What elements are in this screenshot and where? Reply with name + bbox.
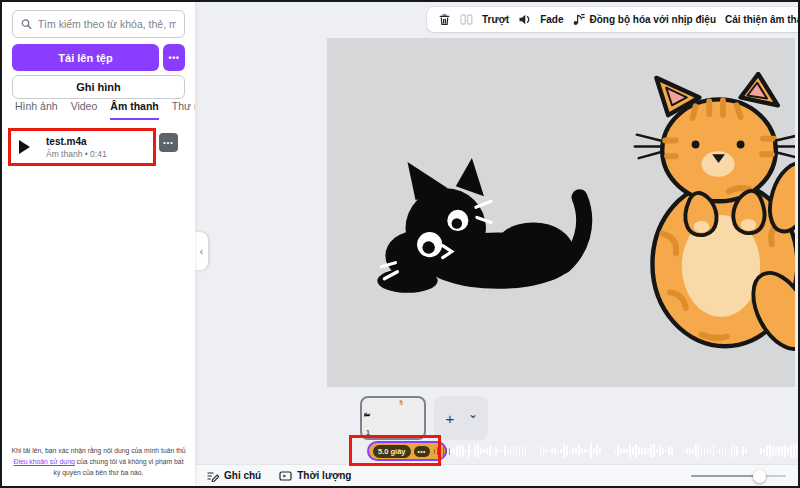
search-input[interactable]	[38, 18, 176, 30]
orange-cat-image[interactable]	[630, 72, 795, 356]
split-icon	[460, 13, 473, 26]
audio-list-item[interactable]: test.m4a Âm thanh • 0:41	[11, 131, 151, 163]
sidebar-upload-panel: Tải lên tệp ••• Ghi hình Hình ảnh Video …	[2, 2, 195, 486]
search-box[interactable]	[12, 10, 185, 38]
audio-meta: Âm thanh • 0:41	[46, 149, 107, 159]
upload-disclaimer: Khi tải lên, bạn xác nhận rằng nội dung …	[11, 446, 186, 479]
page-number: 1	[366, 429, 370, 436]
black-cat-image[interactable]	[357, 150, 619, 316]
trash-icon	[438, 13, 451, 26]
fade-button[interactable]: Fade	[540, 14, 563, 25]
editor-main-area: ‹ Trượt	[195, 2, 798, 486]
upload-more-button[interactable]: •••	[163, 44, 185, 71]
play-icon[interactable]	[19, 140, 30, 154]
canva-editor-window: Tải lên tệp ••• Ghi hình Hình ảnh Video …	[0, 0, 800, 488]
audio-timeline-clip[interactable]: 5.0 giây •••	[367, 441, 447, 461]
bottom-status-bar: Ghi chú Thời lượng	[195, 464, 798, 486]
notes-button[interactable]: Ghi chú	[207, 470, 261, 482]
zoom-slider-handle[interactable]	[753, 470, 766, 483]
slide-button[interactable]: Trượt	[482, 14, 509, 25]
page-thumbnail-preview	[362, 398, 424, 438]
audio-waveform[interactable]	[447, 440, 797, 462]
chevron-left-icon: ‹	[200, 246, 203, 257]
speaker-icon	[518, 13, 531, 26]
record-button[interactable]: Ghi hình	[12, 75, 185, 99]
add-page-group: + ⌄	[434, 396, 488, 440]
clip-mini-waveform	[434, 447, 451, 456]
duration-button[interactable]: Thời lượng	[279, 470, 351, 482]
clip-more-button[interactable]: •••	[414, 446, 430, 457]
delete-button[interactable]	[438, 13, 451, 26]
search-icon	[21, 18, 32, 30]
tab-images[interactable]: Hình ảnh	[15, 100, 58, 120]
duration-icon	[279, 470, 292, 482]
audio-item-more-button[interactable]: •••	[159, 133, 178, 152]
add-page-dropdown[interactable]: ⌄	[462, 398, 484, 438]
beat-sync-icon	[572, 13, 585, 26]
tab-folders[interactable]: Thư mục	[172, 100, 195, 120]
enhance-audio-button[interactable]: Cải thiện âm thanh	[725, 14, 800, 25]
clip-duration-badge[interactable]: 5.0 giây	[373, 445, 411, 458]
canvas-page[interactable]	[327, 38, 795, 387]
upload-file-button[interactable]: Tải lên tệp	[12, 44, 159, 71]
chevron-down-icon: ⌄	[468, 407, 478, 421]
tab-audio[interactable]: Âm thanh	[110, 100, 158, 120]
notes-icon	[207, 470, 219, 482]
terms-of-use-link[interactable]: Điều khoản sử dụng	[13, 458, 74, 465]
sidebar-collapse-handle[interactable]: ‹	[195, 232, 208, 270]
tab-video[interactable]: Video	[71, 100, 98, 120]
beat-sync-button[interactable]: Đồng bộ hóa với nhịp điệu	[572, 13, 716, 26]
page-thumbnail[interactable]: 1	[360, 396, 426, 440]
split-button[interactable]	[460, 13, 473, 26]
media-type-tabs: Hình ảnh Video Âm thanh Thư mục	[15, 100, 195, 120]
zoom-slider-fill	[691, 475, 760, 478]
audio-title: test.m4a	[46, 136, 107, 147]
audio-context-toolbar: Trượt Fade Đồng bộ hóa với nhịp điệu	[427, 7, 800, 32]
volume-button[interactable]	[518, 13, 531, 26]
add-page-button[interactable]: +	[438, 398, 462, 438]
zoom-slider[interactable]	[691, 469, 786, 483]
